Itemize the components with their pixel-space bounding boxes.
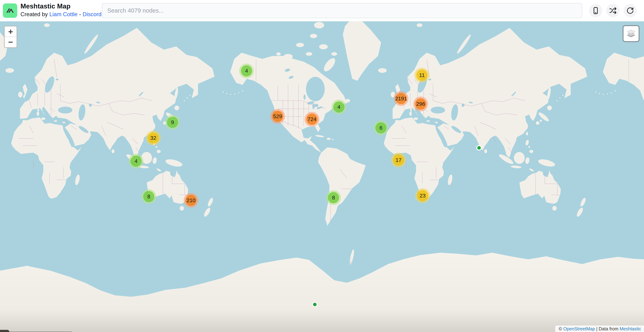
zoom-in-button[interactable]: + <box>5 27 16 37</box>
shuffle-icon <box>609 7 617 15</box>
cluster-marker[interactable]: 2191 <box>394 91 408 106</box>
meshtastic-logo-icon <box>6 6 15 15</box>
discord-link[interactable]: Discord <box>83 11 102 18</box>
cluster-marker[interactable]: 4 <box>332 100 346 114</box>
cluster-marker[interactable]: 8 <box>142 189 156 204</box>
cluster-count: 4 <box>333 101 344 113</box>
refresh-icon <box>626 7 634 15</box>
node-marker[interactable] <box>476 145 482 151</box>
marker-layer: 4112191296452972496321748210823 <box>0 21 644 332</box>
cluster-marker[interactable]: 32 <box>146 131 161 145</box>
byline-separator: - <box>79 11 81 18</box>
cluster-marker[interactable]: 9 <box>165 115 180 130</box>
zoom-control: + − <box>4 26 17 48</box>
byline: Created by Liam Cottle - Discord <box>20 11 102 18</box>
cluster-count: 296 <box>415 98 426 110</box>
cluster-marker[interactable]: 6 <box>374 121 388 135</box>
layers-control[interactable] <box>622 25 640 42</box>
mobile-icon <box>592 7 600 15</box>
cluster-count: 6 <box>375 122 386 133</box>
cluster-count: 724 <box>306 114 318 125</box>
meshtastic-logo <box>3 4 17 18</box>
app: Meshtastic Map Created by Liam Cottle - … <box>0 0 644 332</box>
byline-prefix: Created by <box>20 11 48 18</box>
map-attribution: © OpenStreetMap | Data from Meshtastic <box>555 325 644 332</box>
cluster-marker[interactable]: 4 <box>239 64 254 78</box>
author-link[interactable]: Liam Cottle <box>50 11 78 18</box>
header-bar: Meshtastic Map Created by Liam Cottle - … <box>0 0 644 22</box>
cluster-marker[interactable]: 296 <box>413 97 428 111</box>
osm-link[interactable]: OpenStreetMap <box>563 326 595 331</box>
random-node-button[interactable] <box>606 4 620 17</box>
cluster-marker[interactable]: 4 <box>129 154 144 169</box>
cluster-marker[interactable]: 529 <box>270 109 285 124</box>
layers-icon <box>626 29 636 38</box>
cluster-count: 9 <box>167 117 178 128</box>
cluster-count: 8 <box>143 191 154 202</box>
cluster-marker[interactable]: 17 <box>391 153 406 167</box>
cluster-count: 210 <box>186 195 196 206</box>
attribution-copyright: © <box>559 326 563 331</box>
page-title: Meshtastic Map <box>20 3 70 10</box>
cluster-marker[interactable]: 8 <box>326 190 341 205</box>
cluster-count: 23 <box>417 190 428 201</box>
cluster-marker[interactable]: 11 <box>414 68 429 83</box>
map-canvas[interactable]: 4112191296452972496321748210823 + − © Op… <box>0 21 644 332</box>
cluster-count: 4 <box>130 156 142 167</box>
search-input[interactable] <box>102 3 582 18</box>
cluster-marker[interactable]: 724 <box>304 112 319 127</box>
cluster-count: 2191 <box>396 93 407 104</box>
cluster-count: 11 <box>416 70 428 81</box>
node-marker[interactable] <box>312 302 318 307</box>
mobile-view-button[interactable] <box>589 4 602 17</box>
cluster-marker[interactable]: 23 <box>415 188 430 203</box>
cluster-marker[interactable]: 210 <box>184 193 198 208</box>
zoom-out-button[interactable]: − <box>5 37 16 47</box>
cluster-count: 4 <box>241 65 252 77</box>
cluster-count: 529 <box>272 111 283 122</box>
attribution-middle: | Data from <box>595 326 620 331</box>
meshtastic-link[interactable]: Meshtastic <box>620 326 641 331</box>
cluster-count: 17 <box>393 154 404 166</box>
refresh-button[interactable] <box>624 4 637 17</box>
cluster-count: 8 <box>328 192 339 203</box>
cluster-count: 32 <box>148 132 159 144</box>
